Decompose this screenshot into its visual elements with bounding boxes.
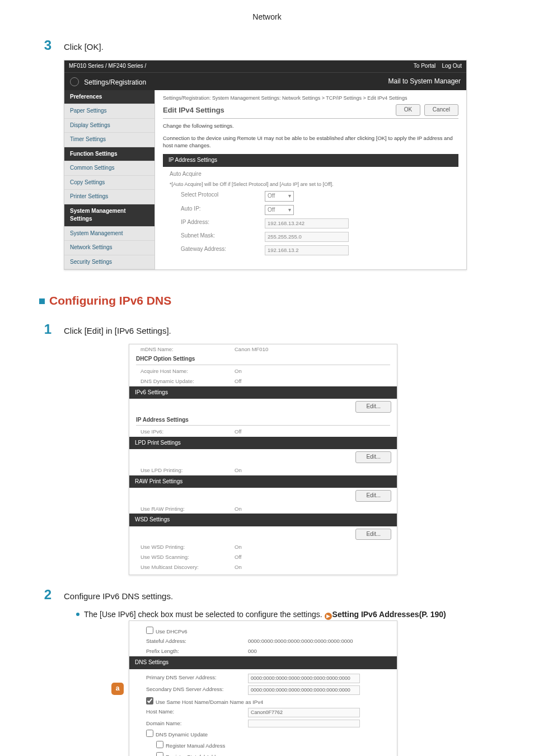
primary-dns-label: Primary DNS Server Address: bbox=[146, 674, 241, 683]
auto-ip-dropdown[interactable]: Off▾ bbox=[265, 205, 294, 216]
host-name-field[interactable]: Canon0F7762 bbox=[248, 708, 360, 717]
same-host-name-checkbox[interactable]: Use Same Host Name/Domain Name as IPv4 bbox=[146, 697, 263, 706]
screenshot-dns-settings-form: a b Use DHCPv6 Stateful Address:0000:000… bbox=[129, 620, 397, 756]
sidebar-item-printer[interactable]: Printer Settings bbox=[64, 190, 154, 204]
sidebar-item-common[interactable]: Common Settings bbox=[64, 161, 154, 176]
use-multicast-label: Use Multicast Discovery: bbox=[140, 563, 224, 571]
step-3: 3 Click [OK]. bbox=[39, 36, 495, 55]
use-wsd-print-value: On bbox=[235, 543, 242, 551]
ip-address-field[interactable]: 192.168.13.242 bbox=[265, 218, 349, 228]
mdns-name-label: mDNS Name: bbox=[140, 346, 224, 353]
setting-ipv6-link[interactable]: Setting IPv6 Addresses(P. 190) bbox=[332, 610, 446, 619]
raw-edit-button[interactable]: Edit... bbox=[355, 490, 391, 502]
acquire-host-name-label: Acquire Host Name: bbox=[140, 367, 224, 375]
select-protocol-dropdown[interactable]: Off▾ bbox=[265, 191, 294, 202]
sidebar-item-display[interactable]: Display Settings bbox=[64, 119, 154, 133]
gear-icon bbox=[70, 77, 79, 86]
step-2-number: 2 bbox=[39, 585, 51, 605]
subnet-mask-field[interactable]: 255.255.255.0 bbox=[265, 232, 349, 242]
raw-print-strip: RAW Print Settings bbox=[129, 475, 397, 488]
dns-dynamic-update-label: DNS Dynamic Update: bbox=[140, 377, 224, 385]
prefix-length-value: 000 bbox=[248, 647, 257, 655]
step-1: 1 Click [Edit] in [IPv6 Settings]. bbox=[39, 320, 495, 339]
chevron-down-icon: ▾ bbox=[288, 206, 291, 214]
bullet-use-ipv6: The [Use IPv6] check box must be selecte… bbox=[76, 609, 495, 620]
sidebar-item-timer[interactable]: Timer Settings bbox=[64, 133, 154, 147]
gateway-address-field[interactable]: 192.168.13.2 bbox=[265, 245, 349, 255]
use-wsd-scan-value: Off bbox=[235, 553, 242, 561]
logout-link[interactable]: Log Out bbox=[442, 63, 462, 69]
step-1-number: 1 bbox=[39, 320, 51, 339]
ip-address-settings-strip: IP Address Settings bbox=[163, 154, 458, 167]
register-manual-checkbox[interactable]: Register Manual Address bbox=[156, 741, 225, 750]
sidebar-item-network[interactable]: Network Settings bbox=[64, 241, 154, 255]
dns-dynamic-update-checkbox[interactable]: DNS Dynamic Update bbox=[146, 730, 208, 739]
ipv6-edit-button[interactable]: Edit... bbox=[355, 401, 391, 413]
sidebar-sysmgmt-header: System Management Settings bbox=[64, 204, 154, 227]
breadcrumb-path: Settings/Registration: System Management… bbox=[163, 95, 458, 102]
page-header: Network bbox=[39, 11, 495, 22]
lpd-edit-button[interactable]: Edit... bbox=[355, 451, 391, 463]
use-raw-label: Use RAW Printing: bbox=[140, 505, 224, 513]
sidebar: Preferences Paper Settings Display Setti… bbox=[64, 90, 155, 270]
use-raw-value: On bbox=[235, 505, 242, 513]
secondary-dns-label: Secondary DNS Server Address: bbox=[146, 685, 241, 695]
cancel-button[interactable]: Cancel bbox=[424, 104, 458, 116]
ip-address-settings-sub: IP Address Settings bbox=[136, 416, 390, 426]
auto-acquire-note: *[Auto Acquire] will be Off if [Select P… bbox=[163, 180, 458, 189]
use-wsd-print-label: Use WSD Printing: bbox=[140, 543, 224, 551]
stateful-address-label: Stateful Address: bbox=[146, 637, 241, 645]
use-lpd-label: Use LPD Printing: bbox=[140, 466, 224, 474]
section-heading: Configuring IPv6 DNS bbox=[39, 292, 495, 309]
dhcp-option-heading: DHCP Option Settings bbox=[136, 355, 390, 365]
use-wsd-scan-label: Use WSD Scanning: bbox=[140, 553, 224, 561]
sidebar-item-sysmgmt[interactable]: System Management bbox=[64, 227, 154, 241]
prefix-length-label: Prefix Length: bbox=[146, 647, 241, 655]
step-2: 2 Configure IPv6 DNS settings. bbox=[39, 585, 495, 605]
bullet-dot-icon bbox=[76, 613, 79, 616]
wsd-edit-button[interactable]: Edit... bbox=[355, 529, 391, 540]
use-dhcpv6-checkbox[interactable]: Use DHCPv6 bbox=[146, 627, 188, 636]
step-2-text: Configure IPv6 DNS settings. bbox=[64, 590, 173, 603]
auto-ip-label: Auto IP: bbox=[181, 205, 254, 216]
step-1-text: Click [Edit] in [IPv6 Settings]. bbox=[64, 325, 171, 337]
section-square-icon bbox=[39, 298, 45, 304]
dns-settings-strip: DNS Settings bbox=[129, 656, 397, 669]
sidebar-item-security[interactable]: Security Settings bbox=[64, 255, 154, 270]
step-3-number: 3 bbox=[39, 36, 51, 55]
mdns-name-value: Canon MF010 bbox=[235, 346, 268, 353]
mail-to-system-manager-link[interactable]: Mail to System Manager bbox=[388, 77, 461, 86]
primary-dns-field[interactable]: 0000:0000:0000:0000:0000:0000:0000:0000 bbox=[248, 674, 360, 683]
callout-a-icon: a bbox=[111, 683, 124, 695]
sidebar-function-header: Function Settings bbox=[64, 147, 154, 162]
use-ipv6-value: Off bbox=[235, 428, 242, 436]
link-arrow-icon: ▶ bbox=[325, 613, 332, 620]
breadcrumb-series: MF010 Series / MF240 Series / bbox=[69, 62, 146, 71]
ip-address-label: IP Address: bbox=[181, 218, 254, 228]
host-name-label: Host Name: bbox=[146, 708, 241, 717]
use-ipv6-label: Use IPv6: bbox=[140, 428, 224, 436]
domain-name-label: Domain Name: bbox=[146, 720, 241, 727]
stateful-address-value: 0000:0000:0000:0000:0000:0000:0000:0000 bbox=[248, 637, 353, 645]
subnet-mask-label: Subnet Mask: bbox=[181, 232, 254, 242]
select-protocol-label: Select Protocol bbox=[181, 191, 254, 202]
section-title: Configuring IPv6 DNS bbox=[49, 292, 171, 309]
secondary-dns-field[interactable]: 0000:0000:0000:0000:0000:0000:0000:0000 bbox=[248, 685, 360, 695]
sidebar-item-paper[interactable]: Paper Settings bbox=[64, 104, 154, 119]
use-multicast-value: On bbox=[235, 563, 242, 571]
bullet-pretext: The [Use IPv6] check box must be selecte… bbox=[84, 610, 325, 619]
register-stateful-checkbox[interactable]: Register Stateful Address bbox=[156, 752, 226, 756]
change-settings-note: Change the following settings. bbox=[163, 122, 458, 130]
settings-registration-title: Settings/Registration bbox=[84, 78, 146, 86]
sidebar-preferences-header: Preferences bbox=[64, 90, 154, 105]
wsd-strip: WSD Settings bbox=[129, 514, 397, 526]
ok-button[interactable]: OK bbox=[396, 104, 420, 116]
to-portal-link[interactable]: To Portal bbox=[414, 63, 435, 69]
acquire-host-name-value: On bbox=[235, 367, 242, 375]
lpd-print-strip: LPD Print Settings bbox=[129, 437, 397, 450]
step-3-text: Click [OK]. bbox=[64, 41, 104, 53]
connection-warning-note: Connection to the device using Remote UI… bbox=[163, 134, 458, 150]
sidebar-item-copy[interactable]: Copy Settings bbox=[64, 176, 154, 190]
domain-name-field[interactable] bbox=[248, 720, 360, 727]
screenshot-ipv6-settings-list: mDNS Name:Canon MF010 DHCP Option Settin… bbox=[129, 344, 397, 575]
